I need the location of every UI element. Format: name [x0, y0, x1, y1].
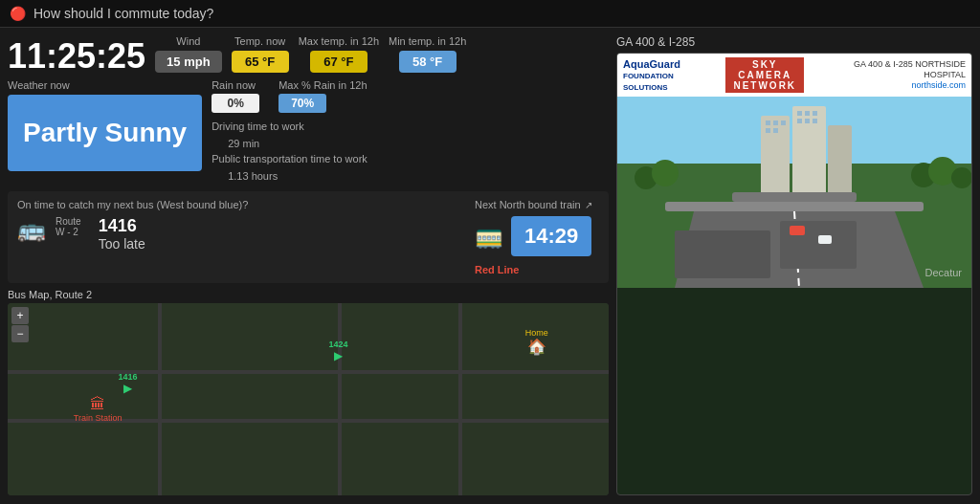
main-content: 11:25:25 Wind 15 mph Temp. now 65 °F Max…: [0, 28, 980, 503]
svg-point-23: [652, 160, 679, 186]
svg-rect-28: [818, 235, 832, 244]
min-temp-label: Min temp. in 12h: [389, 35, 466, 47]
driving-section: Driving time to work: [212, 121, 609, 186]
aquaguard-logo: AquaGuard FOUNDATION SOLUTIONS: [623, 58, 720, 93]
svg-rect-12: [797, 111, 802, 116]
svg-rect-15: [797, 119, 802, 123]
bus-route-label: RouteW - 2: [56, 216, 81, 237]
train-line-label: Red Line: [475, 264, 519, 275]
header-title: How should I commute today?: [33, 6, 213, 21]
rain-row: Rain now 0% Max % Rain in 12h 70%: [212, 79, 609, 113]
camera-section: GA 400 & I-285 AquaGuard FOUNDATION SOLU…: [616, 35, 972, 495]
bus-question: On time to catch my next bus (West bound…: [17, 199, 456, 210]
max-rain-label: Max % Rain in 12h: [278, 79, 367, 91]
camera-image-container: AquaGuard FOUNDATION SOLUTIONS SKY CAMER…: [616, 53, 972, 495]
svg-rect-8: [773, 121, 778, 125]
bus-details: RouteW - 2: [56, 216, 81, 237]
weather-stats: Wind 15 mph Temp. now 65 °F Max temp. in…: [155, 35, 609, 73]
svg-rect-17: [813, 119, 817, 123]
driving-time: 29 min: [228, 138, 259, 149]
transit-bar-row: 1.13 hours: [212, 170, 609, 182]
temp-now-label: Temp. now: [234, 35, 285, 47]
train-time: 14:29: [511, 216, 591, 256]
svg-rect-9: [781, 121, 786, 125]
right-panel: GA 400 & I-285 AquaGuard FOUNDATION SOLU…: [616, 28, 980, 503]
train-question-text: Next North bound train: [475, 199, 581, 210]
driving-label: Driving time to work: [212, 121, 304, 132]
camera-image-area: Decatur: [617, 97, 971, 288]
driving-bar-row: 29 min: [212, 138, 609, 149]
home-marker: Home 🏠: [525, 328, 548, 356]
bus-number-marker: 1416: [119, 372, 138, 382]
min-temp-value: 58 °F: [399, 51, 457, 73]
map-container[interactable]: + − 🏛 Train Station 1416 ▶ 1424 ▶: [8, 303, 609, 495]
bus-left: On time to catch my next bus (West bound…: [17, 199, 456, 252]
transit-label: Public transportation time to work: [212, 153, 368, 164]
svg-rect-18: [675, 230, 770, 278]
bus-right: Next North bound train ↗ 🚃 14:29 Red Lin…: [475, 199, 599, 275]
max-temp-value: 67 °F: [310, 51, 368, 73]
svg-rect-20: [665, 202, 924, 211]
svg-rect-6: [828, 125, 852, 202]
transit-label-row: Public transportation time to work: [212, 153, 609, 166]
app-icon: 🔴: [10, 6, 26, 21]
max-temp-stat: Max temp. in 12h 67 °F: [299, 35, 379, 73]
weather-now-label: Weather now: [8, 79, 202, 91]
bus-number: 1416: [99, 216, 145, 236]
bus-arrow-1: ▶: [123, 382, 132, 395]
decatur-label: Decatur: [924, 267, 962, 278]
bus-section: On time to catch my next bus (West bound…: [8, 191, 609, 283]
transit-time: 1.13 hours: [228, 170, 278, 182]
rain-label: Rain now: [212, 79, 256, 91]
bus-icon: 🚌: [17, 216, 46, 243]
rain-value: 0%: [212, 94, 259, 113]
temp-now-stat: Temp. now 65 °F: [232, 35, 289, 73]
bus-arrow-2: ▶: [334, 349, 343, 362]
svg-rect-7: [766, 121, 770, 125]
bus-marker-1424: 1424 ▶: [328, 340, 347, 362]
camera-banner-top: AquaGuard FOUNDATION SOLUTIONS SKY CAMER…: [617, 54, 971, 97]
map-label: Bus Map, Route 2: [8, 289, 609, 300]
weather-condition: Partly Sunny: [23, 118, 187, 148]
camera-scene-svg: [617, 97, 971, 288]
svg-rect-27: [790, 226, 805, 235]
bus-stop-number: 1424: [328, 340, 347, 349]
driving-progress-bar: [212, 139, 222, 148]
weather-now-block: Partly Sunny: [8, 95, 202, 171]
ga400-location-text: GA 400 & I-285 NORTHSIDE HOSPITAL norths…: [810, 59, 966, 90]
bus-info: 🚌 RouteW - 2 1416 Too late: [17, 216, 456, 252]
zoom-out-button[interactable]: −: [11, 325, 29, 342]
header-bar: 🔴 How should I commute today?: [0, 0, 980, 28]
external-link-icon: ↗: [585, 200, 592, 210]
map-controls[interactable]: + −: [11, 307, 29, 342]
svg-rect-16: [805, 119, 810, 123]
home-label: Home: [525, 328, 548, 338]
svg-rect-14: [813, 111, 817, 116]
camera-title: GA 400 & I-285: [616, 35, 972, 49]
svg-point-26: [951, 167, 971, 188]
train-station-marker: 🏛 Train Station: [74, 396, 122, 423]
train-station-label: Train Station: [74, 413, 122, 423]
train-icon: 🚃: [475, 223, 503, 250]
weather-row: Weather now Partly Sunny Rain now 0% Max…: [8, 79, 609, 186]
min-temp-stat: Min temp. in 12h 58 °F: [389, 35, 466, 73]
svg-rect-21: [732, 192, 857, 202]
train-info: 🚃 14:29: [475, 216, 591, 256]
train-question: Next North bound train ↗: [475, 199, 592, 210]
max-rain-value: 70%: [278, 94, 326, 113]
wind-label: Wind: [176, 35, 200, 47]
bus-status: Too late: [99, 236, 145, 252]
svg-rect-11: [773, 128, 778, 133]
temp-now-value: 65 °F: [232, 51, 289, 73]
sky-camera-banner: SKY CAMERA NETWORK: [725, 57, 804, 93]
wind-stat: Wind 15 mph: [155, 35, 222, 73]
transit-progress-bar: [212, 171, 222, 181]
zoom-in-button[interactable]: +: [11, 307, 29, 324]
bus-marker-1416: 1416 ▶: [119, 372, 138, 395]
driving-progress-row: Driving time to work: [212, 121, 609, 134]
top-row: 11:25:25 Wind 15 mph Temp. now 65 °F Max…: [8, 35, 609, 74]
svg-rect-13: [805, 111, 810, 116]
svg-rect-10: [766, 128, 770, 133]
clock: 11:25:25: [8, 35, 145, 74]
wind-value: 15 mph: [155, 51, 222, 73]
